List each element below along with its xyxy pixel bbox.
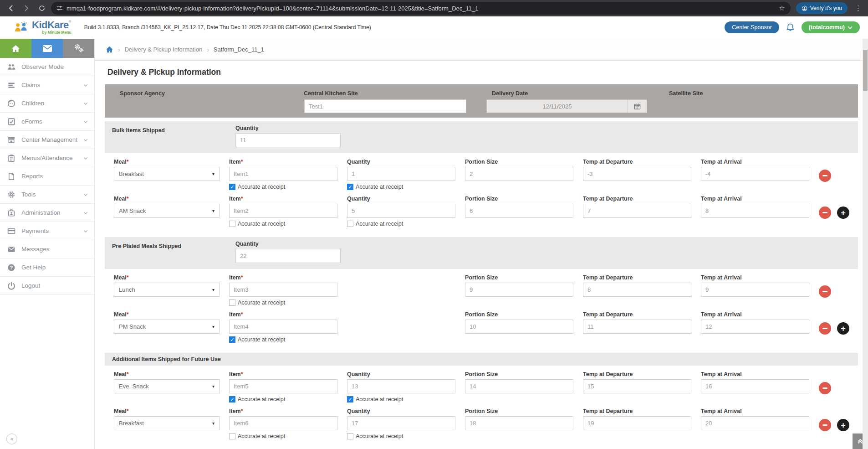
item-input[interactable] (229, 283, 337, 297)
sidebar-item-eforms[interactable]: eForms (0, 113, 94, 131)
meal-select[interactable]: Eve. Snack▾ (114, 379, 220, 393)
site-settings-icon[interactable] (56, 5, 63, 11)
remove-row-button[interactable] (819, 419, 831, 431)
sidebar-item-menus-attendance[interactable]: Menus/Attendance (0, 149, 94, 167)
meal-select[interactable]: AM Snack▾ (114, 204, 220, 218)
forward-icon[interactable] (20, 2, 33, 15)
sidebar-item-claims[interactable]: Claims (0, 76, 94, 94)
remove-row-button[interactable] (819, 322, 831, 335)
quantity-accurate-checkbox[interactable]: ✓Accurate at receipt (347, 396, 455, 403)
item-input[interactable] (229, 379, 337, 393)
item-accurate-checkbox[interactable]: Accurate at receipt (229, 221, 337, 227)
item-accurate-checkbox[interactable]: ✓Accurate at receipt (229, 336, 337, 343)
select-arrow-icon: ▾ (212, 208, 214, 213)
temp-arrival-input[interactable] (701, 167, 809, 181)
remove-row-button[interactable] (819, 285, 831, 298)
account-menu-button[interactable]: (totalcommu) (802, 21, 860, 33)
breadcrumb-item[interactable]: Delivery & Pickup Information (125, 46, 203, 53)
portion-size-input[interactable] (465, 416, 573, 430)
temp-departure-input[interactable] (583, 283, 691, 297)
back-icon[interactable] (5, 2, 17, 15)
remove-row-button[interactable] (819, 170, 831, 182)
sidebar-nav: Observer ModeClaimsChildreneFormsCenter … (0, 58, 94, 295)
meal-select[interactable]: PM Snack▾ (114, 320, 220, 334)
quantity-accurate-checkbox[interactable]: Accurate at receipt (347, 221, 455, 227)
portion-size-input[interactable] (465, 320, 573, 334)
central-kitchen-input[interactable] (304, 99, 466, 113)
remove-row-button[interactable] (819, 206, 831, 219)
delivery-date-input[interactable]: 12/11/2025 (486, 99, 647, 113)
item-accurate-checkbox[interactable]: ✓Accurate at receipt (229, 396, 337, 403)
reload-icon[interactable] (36, 2, 48, 15)
temp-departure-input[interactable] (583, 320, 691, 334)
portion-size-label: Portion Size (465, 408, 573, 414)
temp-departure-input[interactable] (583, 416, 691, 430)
item-input[interactable] (229, 416, 337, 430)
remove-row-button[interactable] (819, 382, 831, 394)
home-tab[interactable] (0, 39, 31, 58)
sidebar-item-administration[interactable]: Administration (0, 204, 94, 222)
quantity-accurate-checkbox[interactable]: ✓Accurate at receipt (347, 184, 455, 190)
meal-select[interactable]: Breakfast▾ (114, 416, 220, 430)
sidebar-collapse-button[interactable]: « (6, 434, 17, 444)
temp-departure-input[interactable] (583, 379, 691, 393)
item-accurate-checkbox[interactable]: Accurate at receipt (229, 299, 337, 306)
temp-arrival-input[interactable] (701, 416, 809, 430)
temp-departure-input[interactable] (583, 167, 691, 181)
breadcrumb-home-icon[interactable] (106, 46, 113, 53)
verify-button[interactable]: Verify it's you (796, 2, 848, 14)
portion-size-input[interactable] (465, 204, 573, 218)
temp-arrival-input[interactable] (701, 379, 809, 393)
temp-arrival-input[interactable] (701, 320, 809, 334)
sidebar-item-children[interactable]: Children (0, 94, 94, 113)
address-bar[interactable]: mmqa1-foodprogram.kidkare.com/#/delivery… (51, 2, 791, 15)
notification-bell-icon[interactable] (786, 23, 795, 32)
item-row: Meal*AM Snack▾Item*Accurate at receiptQu… (114, 196, 858, 227)
bookmark-star-icon[interactable]: ☆ (779, 4, 785, 12)
scrollbar-thumb[interactable] (863, 50, 868, 91)
gear-icon (7, 191, 15, 199)
quantity-input[interactable] (347, 167, 455, 181)
temp-departure-input[interactable] (583, 204, 691, 218)
item-input[interactable] (229, 167, 337, 181)
temp-departure-label: Temp at Departure (583, 371, 691, 377)
messages-tab[interactable] (31, 39, 63, 58)
sidebar-item-reports[interactable]: Reports (0, 167, 94, 186)
portion-size-input[interactable] (465, 167, 573, 181)
portion-size-input[interactable] (465, 379, 573, 393)
sidebar-item-observer-mode[interactable]: Observer Mode (0, 58, 94, 76)
item-accurate-checkbox[interactable]: Accurate at receipt (229, 433, 337, 439)
section-quantity-input[interactable] (235, 133, 341, 147)
temp-arrival-label: Temp at Arrival (701, 159, 809, 165)
section-quantity-input[interactable] (235, 249, 341, 263)
quantity-input[interactable] (347, 204, 455, 218)
vertical-scrollbar[interactable] (863, 39, 868, 449)
logo-figures-icon (14, 21, 30, 35)
item-input[interactable] (229, 320, 337, 334)
calendar-icon[interactable] (628, 100, 647, 113)
quantity-input[interactable] (347, 379, 455, 393)
center-sponsor-button[interactable]: Center Sponsor (725, 21, 779, 33)
add-row-button[interactable]: + (837, 206, 849, 219)
temp-arrival-input[interactable] (701, 283, 809, 297)
temp-arrival-input[interactable] (701, 204, 809, 218)
sidebar-item-payments[interactable]: Payments (0, 222, 94, 240)
add-row-button[interactable]: + (837, 322, 849, 335)
meal-select[interactable]: Lunch▾ (114, 283, 220, 297)
quantity-accurate-checkbox[interactable]: Accurate at receipt (347, 433, 455, 439)
add-row-button[interactable]: + (837, 419, 849, 431)
portion-size-input[interactable] (465, 283, 573, 297)
settings-tab[interactable] (63, 39, 94, 58)
sidebar-item-get-help[interactable]: ?Get Help (0, 258, 94, 277)
sidebar-item-center-management[interactable]: Center Management (0, 131, 94, 149)
item-accurate-checkbox[interactable]: ✓Accurate at receipt (229, 184, 337, 190)
item-row: Meal*PM Snack▾Item*✓Accurate at receiptP… (114, 311, 858, 343)
quantity-input[interactable] (347, 416, 455, 430)
sidebar-item-messages[interactable]: Messages (0, 240, 94, 258)
sidebar-item-tools[interactable]: Tools (0, 186, 94, 204)
url-text[interactable]: mmqa1-foodprogram.kidkare.com/#/delivery… (66, 5, 775, 12)
browser-menu-icon[interactable]: ⋮ (853, 4, 863, 12)
sidebar-item-logout[interactable]: Logout (0, 277, 94, 295)
meal-select[interactable]: Breakfast▾ (114, 167, 220, 181)
item-input[interactable] (229, 204, 337, 218)
